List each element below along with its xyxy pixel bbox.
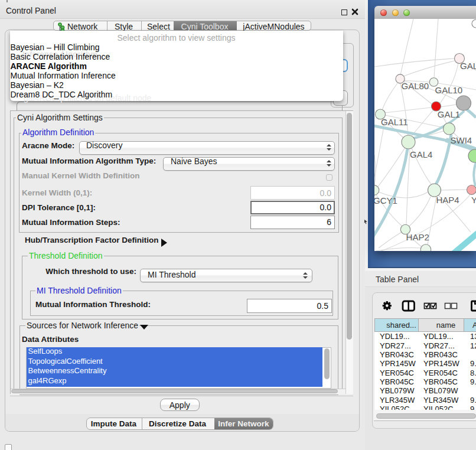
- svg-text:SWI4: SWI4: [451, 135, 472, 145]
- svg-text:HAP2: HAP2: [406, 232, 429, 242]
- svg-text:GCY1: GCY1: [374, 195, 397, 206]
- svg-text:GAL4: GAL4: [410, 149, 432, 159]
- svg-text:GAL7: GAL7: [460, 61, 476, 71]
- svg-text:GAL1: GAL1: [438, 109, 460, 119]
- svg-text:YM: YM: [471, 195, 476, 205]
- svg-text:HAP4: HAP4: [436, 195, 459, 205]
- svg-text:GAL11: GAL11: [381, 117, 408, 127]
- svg-text:GAL80: GAL80: [402, 81, 429, 91]
- svg-text:GAL10: GAL10: [435, 85, 463, 95]
